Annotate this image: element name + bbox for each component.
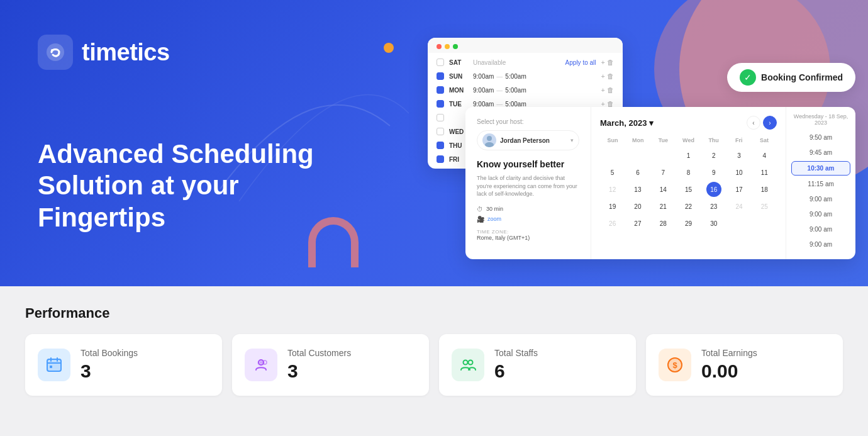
cal-day-12: 12 [605,182,620,197]
calendar-grid: 1 2 3 4 5 6 7 8 9 10 11 12 13 14 15 [600,147,777,249]
svg-point-3 [485,142,494,147]
stat-card-earnings: $ Total Earnings 0.00 [646,334,843,396]
host-selector[interactable]: Jordan Peterson ▾ [477,130,579,150]
cal-day-6[interactable]: 6 [630,165,645,180]
time-slot-1030[interactable]: 10:30 am [791,161,850,176]
cal-day-empty [605,233,620,248]
schedule-row-mon: MON 9:00am — 5:00am + 🗑 [428,83,623,97]
schedule-row-sun: SUN 9:00am — 5:00am + 🗑 [428,69,623,83]
cal-day-13[interactable]: 13 [630,182,645,197]
earnings-value: 0.00 [701,361,757,382]
session-title: Know yourself better [477,159,579,169]
time-slot-900b[interactable]: 9:00 am [791,208,850,221]
booking-confirmed-label: Booking Confirmed [761,72,843,82]
cal-day-27[interactable]: 27 [630,216,645,231]
ui-windows-area: SAT Unavailable Apply to all + 🗑 SUN 9:0… [428,25,855,286]
mon-checkbox [437,86,444,94]
customers-icon [252,356,270,374]
calendar-days-header: Sun Mon Tue Wed Thu Fri Sat [600,137,777,143]
time-day-header: Wednesday - 18 Sep, 2023 [791,113,850,126]
stat-card-staffs: Total Staffs 6 [439,334,636,396]
calendar-prev-btn[interactable]: ‹ [747,116,760,130]
clock-icon: ⏱ [477,206,483,213]
hero-section: timetics Advanced Scheduling Solution at… [0,0,868,286]
confirm-check-icon: ✓ [740,69,756,86]
cal-day-20[interactable]: 20 [630,199,645,214]
staffs-label: Total Staffs [494,348,538,358]
svg-point-15 [469,361,473,365]
cal-day-22[interactable]: 22 [681,199,696,214]
bookings-icon-wrap [38,349,70,381]
cal-day-empty [605,148,620,163]
cal-day-11[interactable]: 11 [757,165,772,180]
sat-checkbox [437,59,444,66]
host-avatar [482,133,496,147]
dot-red [437,44,442,49]
cal-day-empty [630,148,645,163]
time-slot-945[interactable]: 9:45 am [791,146,850,159]
cal-day-30[interactable]: 30 [706,216,721,231]
calendar-next-btn[interactable]: › [763,116,777,130]
svg-point-2 [487,136,492,141]
time-slot-1115[interactable]: 11:15 am [791,177,850,191]
cal-day-10[interactable]: 10 [732,165,747,180]
host-name: Jordan Peterson [500,137,550,144]
calendar-month: March, 2023 ▾ [600,118,654,128]
cal-day-26: 26 [605,216,620,231]
bookings-info: Total Bookings 3 [81,348,138,382]
svg-rect-4 [47,359,61,371]
time-slot-900c[interactable]: 9:00 am [791,223,850,236]
cal-day-19[interactable]: 19 [605,199,620,214]
cal-day-23[interactable]: 23 [706,199,721,214]
hero-tagline: Advanced Scheduling Solution at your Fin… [38,138,352,233]
orange-dot-decoration [384,43,394,53]
thu-checkbox [437,142,444,149]
fri-checkbox [437,155,444,163]
time-slot-950[interactable]: 9:50 am [791,131,850,144]
schedule-row-sat: SAT Unavailable Apply to all + 🗑 [428,55,623,69]
dot-green [453,44,458,49]
tue2-checkbox [437,114,444,121]
time-slots-panel: Wednesday - 18 Sep, 2023 9:50 am 9:45 am… [786,107,855,259]
wed-checkbox [437,128,444,135]
tz-label: TIME ZONE: [477,229,579,235]
cal-day-28[interactable]: 28 [655,216,670,231]
cal-day-8[interactable]: 8 [681,165,696,180]
stats-cards-grid: Total Bookings 3 Total Customers 3 [25,334,843,396]
calendar-header: March, 2023 ▾ ‹ › [600,116,777,130]
svg-point-13 [260,361,262,364]
svg-point-0 [47,43,64,61]
performance-title: Performance [25,305,843,321]
cal-day-21[interactable]: 21 [655,199,670,214]
cal-day-14[interactable]: 14 [655,182,670,197]
cal-day-1[interactable]: 1 [681,148,696,163]
cal-day-16-today[interactable]: 16 [706,182,721,197]
cal-day-29[interactable]: 29 [681,216,696,231]
cal-day-17[interactable]: 17 [732,182,747,197]
performance-section: Performance Total Bookings 3 [0,286,868,436]
svg-rect-9 [50,366,52,368]
staffs-icon-wrap [452,349,484,381]
cal-day-2[interactable]: 2 [706,148,721,163]
cal-day-4[interactable]: 4 [757,148,772,163]
platform-meta: 🎥 zoom [477,216,579,223]
duration-meta: ⏱ 30 min [477,206,579,213]
booking-widget: Select your host: Jordan Peterson ▾ Know… [465,107,855,259]
logo-text: timetics [82,39,170,66]
bookings-label: Total Bookings [81,348,138,358]
cal-day-15[interactable]: 15 [681,182,696,197]
cal-day-3[interactable]: 3 [732,148,747,163]
cal-day-9[interactable]: 9 [706,165,721,180]
cal-day-18[interactable]: 18 [757,182,772,197]
stat-card-customers: Total Customers 3 [232,334,429,396]
tz-value: Rome, Italy (GMT+1) [477,235,579,241]
time-slot-900d[interactable]: 9:00 am [791,238,850,251]
session-meta: ⏱ 30 min 🎥 zoom [477,206,579,223]
time-slot-900a[interactable]: 9:00 am [791,193,850,206]
cal-day-empty [757,216,772,231]
session-desc: The lack of clarity and decisive that yo… [477,174,579,198]
cal-day-7[interactable]: 7 [655,165,670,180]
cal-day-empty [655,148,670,163]
booking-confirmed-badge: ✓ Booking Confirmed [727,63,855,92]
cal-day-5[interactable]: 5 [605,165,620,180]
